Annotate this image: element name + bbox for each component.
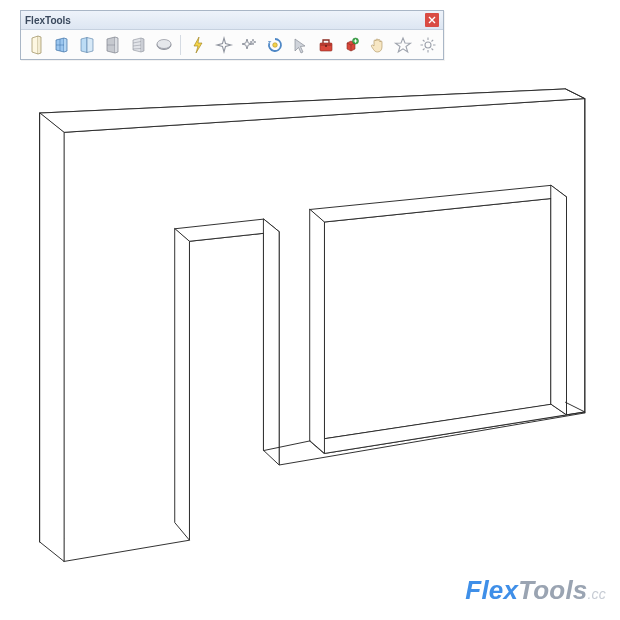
watermark-flex: Flex [465,575,518,605]
model-viewport[interactable] [0,60,620,600]
cylinder-icon[interactable] [153,33,175,56]
toolbar-buttons [21,30,443,59]
toolbar-title: FlexTools [25,15,425,26]
toolbox-icon[interactable] [315,33,337,56]
watermark-tools: Tools [518,575,587,605]
svg-point-8 [272,42,277,47]
gear-icon[interactable] [417,33,439,56]
close-icon[interactable] [425,13,439,27]
svg-point-11 [325,45,327,47]
window-icon[interactable] [51,33,73,56]
watermark-cc: .cc [588,586,607,602]
sparkle-icon[interactable] [213,33,235,56]
toolbar-titlebar[interactable]: FlexTools [21,11,443,30]
star-icon[interactable] [392,33,414,56]
watermark: FlexTools.cc [465,575,606,606]
svg-point-13 [425,42,431,48]
cube-plus-icon[interactable] [341,33,363,56]
hand-icon[interactable] [366,33,388,56]
garage-door-icon[interactable] [127,33,149,56]
glass-wall-icon[interactable] [102,33,124,56]
toolbar-separator [180,35,181,55]
refresh-icon[interactable] [264,33,286,56]
sliding-door-icon[interactable] [76,33,98,56]
cursor-icon[interactable] [290,33,312,56]
door-icon[interactable] [25,33,47,56]
flextools-toolbar: FlexTools [20,10,444,60]
sparkle-plus-icon[interactable] [238,33,260,56]
lightning-icon[interactable] [187,33,209,56]
svg-point-7 [157,39,171,48]
